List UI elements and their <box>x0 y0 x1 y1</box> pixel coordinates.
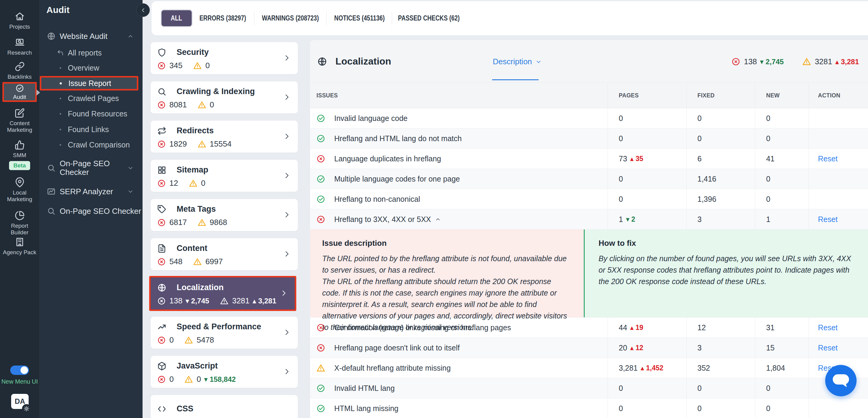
magnifier-icon <box>47 207 56 215</box>
table-row-expanded[interactable]: Hreflang to 3XX, 4XX or 5XX 1▾ 2 3 1 Res… <box>310 209 868 230</box>
sidebar-item-audit-selected[interactable]: Audit <box>2 82 37 102</box>
category-card-redirects[interactable]: Redirects 1829 15554 <box>151 121 298 153</box>
submenu-title: Audit <box>46 5 70 15</box>
tab-errors[interactable]: ERRORS (38297) <box>192 12 254 25</box>
category-name: Meta Tags <box>177 205 216 214</box>
chevron-right-icon <box>280 290 287 297</box>
sidebar-item-agency-pack[interactable]: Agency Pack <box>0 237 39 256</box>
table-row[interactable]: Invalid HTML lang 0 0 0 <box>310 378 868 398</box>
category-card-localization-selected[interactable]: Localization 138▾ 2,745 3281▴ 3,281 <box>149 276 296 311</box>
tab-notices[interactable]: NOTICES (451136) <box>327 12 392 25</box>
description-tab-indicator <box>492 79 538 80</box>
how-to-fix-title: How to fix <box>598 239 854 248</box>
error-icon <box>157 101 166 109</box>
redirect-arrows-icon <box>157 126 166 136</box>
fixed-value: 0 <box>698 114 702 123</box>
sidebar-collapse-button[interactable] <box>136 3 150 17</box>
category-card-security[interactable]: Security 345 0 <box>151 42 298 74</box>
menu-item-all-reports[interactable]: All reports <box>39 47 143 59</box>
table-row[interactable]: Multiple language codes for one page 0 1… <box>310 169 868 189</box>
table-row[interactable]: Language duplicates in hreflang 73▴ 35 6… <box>310 149 868 169</box>
table-row[interactable]: HTML lang missing 0 0 0 <box>310 398 868 418</box>
menu-item-on-page-seo-checker[interactable]: On-Page SEO Checker <box>39 157 143 179</box>
globe-icon <box>317 57 327 66</box>
error-icon <box>316 344 325 352</box>
menu-item-overview[interactable]: Overview <box>39 62 143 73</box>
menu-item-website-audit[interactable]: Website Audit <box>39 30 143 42</box>
sidebar-item-local-marketing[interactable]: Local Marketing <box>0 177 39 203</box>
warning-icon <box>189 179 197 187</box>
chevron-right-icon <box>283 172 290 179</box>
error-count: 12 <box>169 179 178 188</box>
category-card-css[interactable]: CSS <box>151 395 298 418</box>
category-card-speed-performance[interactable]: Speed & Performance 0 5478 <box>151 317 298 349</box>
new-value: 0 <box>766 134 770 143</box>
menu-item-on-page-seo-checker-2[interactable]: On-Page SEO Checker <box>39 205 143 217</box>
category-card-crawling-indexing[interactable]: Crawling & Indexing 8081 0 <box>151 82 298 113</box>
warning-icon <box>198 218 206 227</box>
tag-icon <box>157 205 166 214</box>
category-card-javascript[interactable]: JavaScript 0 0▾ 158,842 <box>151 356 298 388</box>
chevron-right-icon <box>283 93 290 101</box>
menu-item-found-resources[interactable]: Found Resources <box>39 108 143 119</box>
sidebar-item-content-marketing[interactable]: Content Marketing <box>0 108 39 133</box>
reset-link[interactable]: Reset <box>818 344 838 352</box>
settings-gear-button[interactable] <box>22 404 31 413</box>
description-dropdown[interactable]: Description <box>493 57 541 66</box>
sidebar-item-report-builder[interactable]: Report Builder <box>0 210 39 236</box>
error-icon <box>316 215 325 224</box>
sidebar-item-label: SMM <box>13 152 26 159</box>
table-row[interactable]: Confirmation (return) links missing on h… <box>310 318 868 338</box>
category-card-meta-tags[interactable]: Meta Tags 6817 9868 <box>151 199 298 231</box>
menu-item-issue-report-selected[interactable]: Issue Report <box>40 76 138 90</box>
pages-value: 0 <box>619 114 623 123</box>
chevron-right-icon <box>283 329 290 336</box>
how-to-fix-panel: How to fix By clicking on the number of … <box>585 230 868 317</box>
menu-item-crawl-comparison[interactable]: Crawl Comparison <box>39 139 143 150</box>
table-row[interactable]: Hreflang and HTML lang do not match 0 0 … <box>310 128 868 149</box>
sidebar-item-smm[interactable]: SMM Beta <box>0 140 39 170</box>
tab-all[interactable]: ALL <box>161 10 192 26</box>
success-icon <box>316 175 325 183</box>
category-card-sitemap[interactable]: Sitemap 12 0 <box>151 160 298 192</box>
research-icon <box>15 37 25 47</box>
return-arrow-icon <box>57 49 64 56</box>
backlinks-link-icon <box>15 62 25 71</box>
table-row[interactable]: Hreflang page doesn't link out to itself… <box>310 338 868 358</box>
table-row[interactable]: Invalid language code 0 0 0 <box>310 108 868 128</box>
table-row[interactable]: X-default hreflang attribute missing 3,2… <box>310 358 868 378</box>
warning-delta: ▴ 3,281 <box>835 58 859 66</box>
menu-item-label: Found Resources <box>68 110 127 118</box>
collapse-chevron-up-icon[interactable] <box>435 216 441 222</box>
tab-passed-checks[interactable]: PASSED CHECKS (62) <box>392 12 466 25</box>
chevron-down-icon <box>535 59 541 65</box>
tab-warnings[interactable]: WARNINGS (208723) <box>254 12 327 25</box>
error-count: 0 <box>169 375 174 384</box>
success-icon <box>316 404 325 413</box>
error-count: 548 <box>169 257 182 266</box>
new-value: 0 <box>766 175 770 183</box>
menu-item-label: Found Links <box>68 125 109 134</box>
chevron-right-icon <box>283 133 290 140</box>
error-icon <box>157 297 166 305</box>
chat-widget-button[interactable] <box>825 365 857 396</box>
sidebar-item-research[interactable]: Research <box>0 37 39 56</box>
new-menu-ui-toggle[interactable] <box>10 365 29 375</box>
warning-count: 0 <box>201 179 205 188</box>
bullet-dot <box>60 67 61 69</box>
category-card-content[interactable]: Content 548 6997 <box>151 238 298 270</box>
sidebar-item-projects[interactable]: Projects <box>0 11 39 30</box>
menu-item-serp-analyzer[interactable]: SERP Analyzer <box>39 185 143 198</box>
reset-link[interactable]: Reset <box>818 323 838 332</box>
issue-label: Hreflang to non-canonical <box>334 195 420 204</box>
reset-link[interactable]: Reset <box>818 154 838 163</box>
menu-item-found-links[interactable]: Found Links <box>39 124 143 135</box>
warning-delta: ▴ 3,281 <box>253 297 276 305</box>
menu-item-crawled-pages[interactable]: Crawled Pages <box>39 93 143 104</box>
sidebar-item-backlinks[interactable]: Backlinks <box>0 62 39 80</box>
table-row[interactable]: Hreflang to non-canonical 0 1,396 0 <box>310 189 868 209</box>
fixed-value: 0 <box>698 404 702 413</box>
menu-item-label: Website Audit <box>60 32 107 41</box>
fixed-value: 1,416 <box>698 175 716 183</box>
reset-link[interactable]: Reset <box>818 215 838 224</box>
